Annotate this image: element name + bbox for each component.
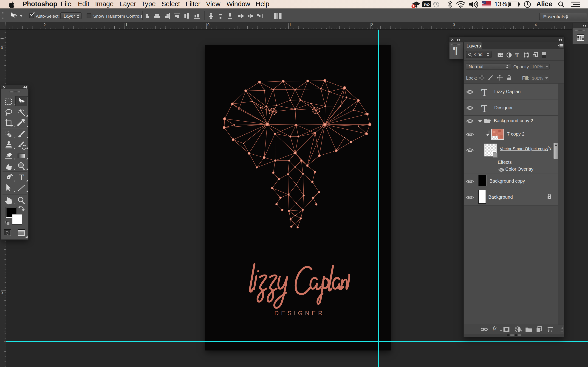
svg-text:1: 1 [413, 4, 414, 8]
svg-text:T: T [515, 52, 519, 58]
svg-text:WD: WD [424, 2, 430, 6]
